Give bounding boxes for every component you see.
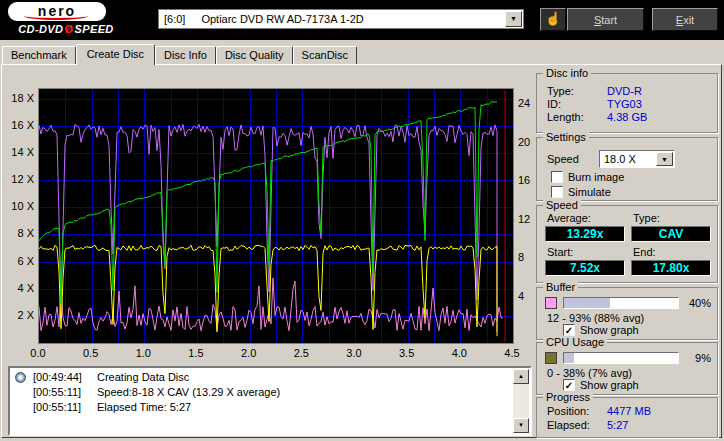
buffer-show-graph-checkbox[interactable]: ✓ [563, 324, 575, 336]
position-label: Position: [547, 405, 589, 418]
tab-disc-quality[interactable]: Disc Quality [216, 46, 293, 64]
x-axis-tick: 0.0 [26, 347, 50, 360]
average-speed-value: 13.29x [545, 226, 625, 242]
type-label: Type: [633, 212, 660, 225]
tab-create-disc[interactable]: Create Disc [76, 44, 155, 65]
buffer-color-swatch [545, 297, 557, 309]
disc-info-group: Disc info Type: DVD-R ID: TYG03 Length: … [536, 73, 718, 133]
y-axis-right-tick: 16 [518, 174, 542, 187]
simulate-checkbox[interactable] [551, 186, 563, 198]
disc-length-value: 4.38 GB [607, 111, 647, 124]
x-axis-tick: 1.5 [184, 347, 208, 360]
y-axis-left-tick: 14 X [2, 146, 34, 159]
speed-type-value: CAV [631, 226, 711, 242]
start-button[interactable]: Start [567, 8, 644, 31]
nero-logo: nero [8, 2, 106, 21]
drive-select-text: [6:0]Optiarc DVD RW AD-7173A 1-2D [159, 10, 523, 28]
x-axis-tick: 2.0 [237, 347, 261, 360]
y-axis-right-tick: 24 [518, 97, 542, 110]
scroll-up-icon: ▲ [514, 370, 528, 383]
drive-name: Optiarc DVD RW AD-7173A 1-2D [201, 13, 363, 25]
elapsed-value: 5:27 [607, 419, 628, 432]
disc-icon: Ø [63, 23, 74, 35]
app-title: CD-DVDØSPEED [4, 23, 128, 35]
log-time: [00:55:11] [33, 401, 91, 414]
buffer-group: Buffer 40% 12 - 93% (88% avg) ✓ Show gra… [536, 287, 718, 340]
buffer-group-title: Buffer [543, 281, 578, 294]
hand-icon: ☝ [545, 11, 561, 26]
cpu-usage-group: CPU Usage 9% 0 - 38% (7% avg) ✓ Show gra… [536, 342, 718, 395]
disc-type-label: Type: [547, 85, 574, 98]
tab-benchmark[interactable]: Benchmark [2, 46, 76, 64]
drive-select[interactable]: [6:0]Optiarc DVD RW AD-7173A 1-2D ▼ [158, 9, 524, 29]
speed-label: Speed [547, 153, 579, 166]
x-axis-tick: 3.0 [342, 347, 366, 360]
tab-scandisc[interactable]: ScanDisc [293, 46, 357, 64]
y-axis-right-tick: 8 [518, 251, 542, 264]
log-rows: [00:49:44]Creating Data Disc[00:55:11]Sp… [11, 370, 513, 415]
y-axis-left-tick: 2 X [2, 309, 34, 322]
burn-image-checkbox[interactable] [551, 171, 563, 183]
y-axis-left-tick: 6 X [2, 255, 34, 268]
disc-info-title: Disc info [543, 67, 591, 80]
log-entry: [00:49:44]Creating Data Disc [11, 370, 513, 385]
x-axis-tick: 4.5 [500, 347, 524, 360]
log-message: Speed:8-18 X CAV (13.29 X average) [97, 386, 280, 398]
y-axis-left-tick: 4 X [2, 282, 34, 295]
chevron-down-icon: ▼ [506, 12, 521, 26]
log-entry: [00:55:11]Elapsed Time: 5:27 [11, 400, 513, 415]
exit-button-label: Exit [653, 10, 717, 30]
x-axis-tick: 1.0 [131, 347, 155, 360]
scroll-down-button[interactable]: ▼ [513, 418, 529, 433]
start-speed-label: Start: [547, 246, 573, 259]
settings-group: Settings Speed 18.0 X ▼ Burn image Simul… [536, 137, 718, 201]
cpu-show-graph-checkbox[interactable]: ✓ [563, 379, 575, 391]
start-button-label: Start [568, 10, 643, 30]
y-axis-right-tick: 20 [518, 136, 542, 149]
disc-icon [15, 372, 26, 383]
hand-tool-button[interactable]: ☝ [540, 8, 566, 31]
position-value: 4477 MB [607, 405, 651, 418]
buffer-progressbar [563, 297, 679, 309]
cpu-percent: 9% [681, 352, 711, 365]
progress-group: Progress Position: 4477 MB Elapsed: 5:27 [536, 397, 718, 438]
buffer-percent: 40% [681, 297, 711, 310]
disc-length-label: Length: [547, 111, 584, 124]
x-axis-tick: 3.5 [395, 347, 419, 360]
log-entry: [00:55:11]Speed:8-18 X CAV (13.29 X aver… [11, 385, 513, 400]
elapsed-label: Elapsed: [547, 419, 590, 432]
y-axis-left-tick: 8 X [2, 227, 34, 240]
speed-select-arrow[interactable]: ▼ [656, 152, 673, 166]
cpu-progressbar-fill [564, 353, 574, 363]
exit-button[interactable]: Exit [652, 8, 718, 31]
app-title-left: CD-DVD [18, 23, 63, 35]
log-time: [00:55:11] [33, 386, 91, 399]
cpu-group-title: CPU Usage [543, 336, 607, 349]
cpu-color-swatch [545, 352, 557, 364]
burn-chart [38, 88, 514, 344]
y-axis-right-tick: 4 [518, 290, 542, 303]
cpu-progressbar [563, 352, 679, 364]
y-axis-left-tick: 18 X [2, 92, 34, 105]
x-axis-tick: 4.0 [447, 347, 471, 360]
y-axis-left-tick: 12 X [2, 173, 34, 186]
simulate-label: Simulate [568, 186, 611, 199]
log-message: Creating Data Disc [97, 371, 189, 383]
status-log: [00:49:44]Creating Data Disc[00:55:11]Sp… [8, 366, 532, 436]
settings-title: Settings [543, 131, 589, 144]
log-scrollbar[interactable]: ▲ ▼ [513, 369, 529, 433]
x-axis-tick: 0.5 [79, 347, 103, 360]
tab-disc-info[interactable]: Disc Info [155, 46, 216, 64]
chevron-down-icon: ▼ [657, 153, 672, 167]
speed-select[interactable]: 18.0 X ▼ [599, 150, 675, 168]
drive-select-arrow[interactable]: ▼ [505, 11, 522, 27]
average-label: Average: [547, 212, 591, 225]
app-title-right: SPEED [74, 23, 113, 35]
y-axis-left-tick: 10 X [2, 200, 34, 213]
burn-chart-svg [39, 89, 513, 343]
scroll-up-button[interactable]: ▲ [513, 369, 529, 384]
buffer-progressbar-fill [564, 298, 610, 308]
end-speed-value: 17.80x [631, 260, 711, 276]
start-speed-value: 7.52x [545, 260, 625, 276]
tab-strip: BenchmarkCreate DiscDisc InfoDisc Qualit… [2, 44, 357, 64]
